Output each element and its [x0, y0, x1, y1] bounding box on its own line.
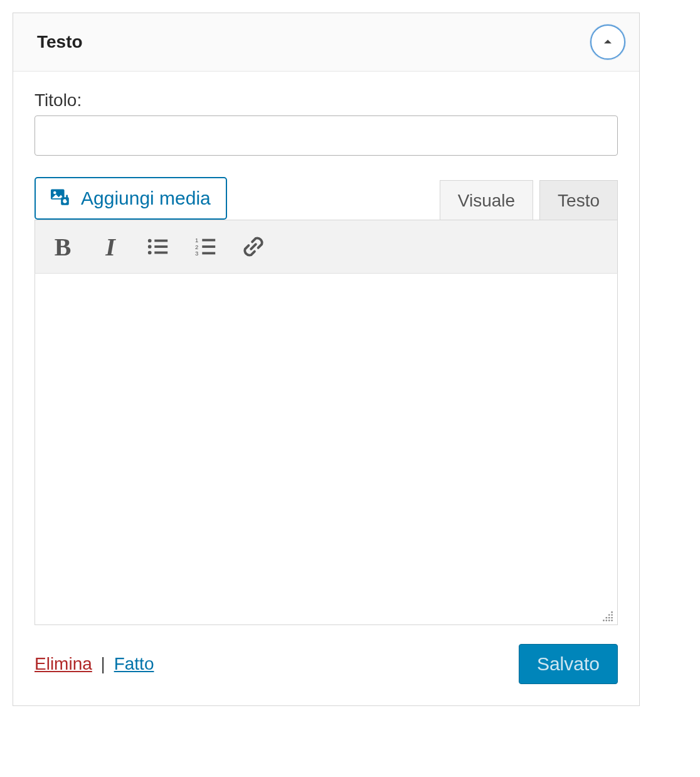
- text-widget: Testo Titolo: Aggiungi media Visuale: [13, 13, 640, 706]
- add-media-button[interactable]: Aggiungi media: [34, 177, 227, 220]
- done-link[interactable]: Fatto: [114, 654, 154, 673]
- widget-footer: Elimina | Fatto Salvato: [34, 644, 618, 684]
- tab-text[interactable]: Testo: [539, 180, 618, 220]
- svg-text:3: 3: [195, 250, 198, 257]
- svg-rect-8: [154, 245, 167, 248]
- svg-point-20: [605, 617, 607, 619]
- widget-header: Testo: [13, 13, 639, 72]
- svg-rect-4: [66, 195, 68, 201]
- editor-top-row: Aggiungi media Visuale Testo: [34, 177, 618, 220]
- svg-point-24: [605, 619, 607, 621]
- svg-text:2: 2: [195, 244, 198, 250]
- footer-links: Elimina | Fatto: [34, 654, 154, 674]
- delete-link[interactable]: Elimina: [34, 654, 92, 673]
- widget-body: Titolo: Aggiungi media Visuale Testo: [13, 72, 639, 705]
- editor-tabs: Visuale Testo: [440, 180, 618, 220]
- title-label: Titolo:: [34, 90, 618, 110]
- saved-button[interactable]: Salvato: [519, 644, 618, 684]
- format-toolbar: B I 1 2 3: [34, 220, 618, 274]
- svg-rect-14: [202, 245, 215, 248]
- svg-point-21: [608, 617, 610, 619]
- ordered-list-button[interactable]: 1 2 3: [191, 232, 221, 262]
- italic-icon: I: [105, 232, 115, 262]
- svg-point-9: [148, 251, 152, 255]
- collapse-button[interactable]: [590, 24, 625, 60]
- bold-icon: B: [55, 232, 72, 262]
- svg-point-1: [53, 191, 56, 195]
- svg-rect-10: [154, 252, 167, 254]
- svg-point-25: [608, 619, 610, 621]
- media-icon: [51, 189, 73, 208]
- separator: |: [96, 654, 110, 673]
- ordered-list-icon: 1 2 3: [194, 235, 218, 259]
- svg-point-19: [611, 614, 613, 616]
- widget-title: Testo: [37, 32, 83, 52]
- svg-text:1: 1: [195, 237, 198, 244]
- svg-point-7: [148, 245, 152, 249]
- italic-button[interactable]: I: [95, 232, 125, 262]
- bold-button[interactable]: B: [48, 232, 78, 262]
- tab-visual[interactable]: Visuale: [440, 180, 533, 220]
- resize-handle-icon[interactable]: [601, 609, 615, 623]
- add-media-label: Aggiungi media: [81, 188, 211, 209]
- svg-rect-12: [202, 239, 215, 242]
- chevron-up-icon: [602, 36, 613, 48]
- link-button[interactable]: [238, 232, 268, 262]
- svg-point-18: [608, 614, 610, 616]
- editor-textarea[interactable]: [34, 274, 618, 625]
- link-icon: [241, 235, 265, 259]
- bullet-list-button[interactable]: [143, 232, 173, 262]
- svg-point-5: [148, 239, 152, 243]
- svg-point-17: [611, 611, 613, 613]
- svg-point-23: [603, 619, 605, 621]
- bullet-list-icon: [146, 235, 170, 259]
- title-input[interactable]: [34, 115, 618, 156]
- svg-point-22: [611, 617, 613, 619]
- svg-rect-16: [202, 252, 215, 255]
- svg-point-26: [611, 619, 613, 621]
- svg-rect-6: [154, 240, 167, 242]
